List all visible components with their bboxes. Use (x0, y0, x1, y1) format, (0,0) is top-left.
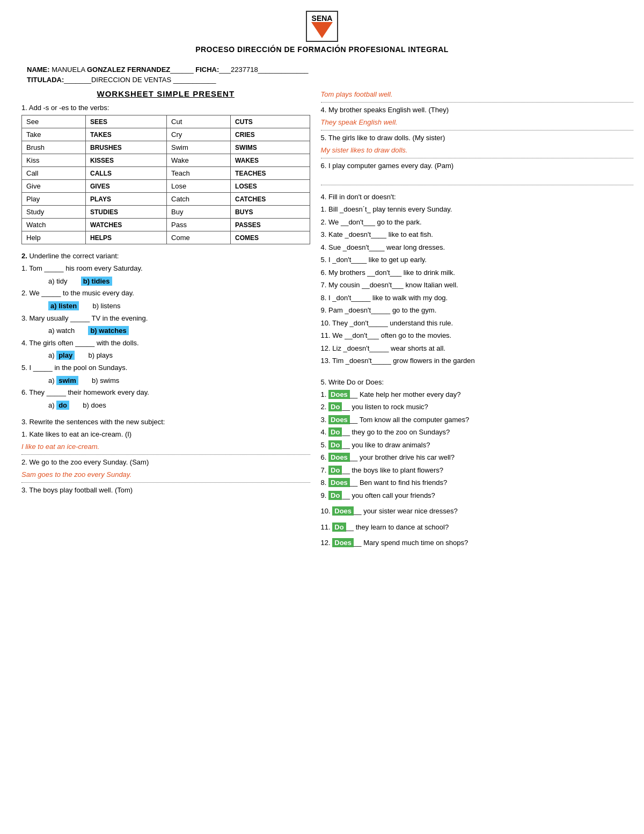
ex2-item4-options: a) play b) plays (48, 350, 310, 361)
ex5-does10: Does (332, 506, 354, 516)
verb-base2: Lose (167, 180, 231, 193)
ex2-item5: 5. I _____ in the pool on Sundays. (21, 362, 310, 373)
dotted5 (321, 158, 633, 158)
ex3-answer4: They speak English well. (321, 117, 633, 128)
ex5-do7: Do (328, 466, 342, 475)
ex5-does6: Does (328, 453, 350, 462)
ex3-right-continuation: Tom plays football well. 4. My brother s… (321, 89, 633, 185)
dotted6 (321, 185, 633, 185)
verb-answer: SEES (86, 115, 167, 128)
ex5-item12: 12. Does__ Mary spend much time on shops… (321, 538, 633, 548)
verb-answer: CALLS (86, 167, 167, 180)
ex2-item6: 6. They _____ their homework every day. (21, 387, 310, 398)
ex5-do11: Do (332, 523, 346, 532)
verb-answer2: TEACHES (231, 167, 310, 180)
ex5-item10: 10. Does__ your sister wear nice dresses… (321, 506, 633, 517)
ex2-item1-answer: b) tidies (81, 277, 112, 286)
verb-answer2: BUYS (231, 206, 310, 219)
logo-text: SENA (312, 14, 333, 22)
titulada-line: TITULADA:_______DIRECCION DE VENTAS ____… (27, 76, 623, 84)
verb-table-row: Give GIVES Lose LOSES (22, 180, 310, 193)
ex5-do4: Do (328, 427, 342, 437)
ex2-item2-answer: a) listen (48, 301, 79, 310)
verb-answer2: SWIMS (231, 141, 310, 154)
worksheet-title: WORKSHEET SIMPLE PRESENT (21, 89, 310, 98)
dotted2 (21, 482, 310, 483)
ex3-answer2: Sam goes to the zoo every Sunday. (21, 469, 310, 480)
verb-table-row: Study STUDIES Buy BUYS (22, 206, 310, 219)
ex2-item4-answer: play (56, 351, 75, 360)
name-label: NAME: MANUELA GONZALEZ FERNANDEZ______ (27, 66, 194, 74)
verb-answer: STUDIES (86, 206, 167, 219)
verb-answer2: PASSES (231, 219, 310, 231)
ex5-does3: Does (328, 415, 350, 424)
ex5-do5: Do (328, 440, 342, 449)
verb-answer2: LOSES (231, 180, 310, 193)
verb-base: Watch (22, 219, 86, 231)
verb-answer: BRUSHES (86, 141, 167, 154)
verb-base: Kiss (22, 154, 86, 167)
verb-base2: Wake (167, 154, 231, 167)
ex2-item3-options: a) watch b) watches (48, 325, 310, 337)
ex4-item7: 7. My cousin __doesn't___ know Italian w… (321, 280, 633, 291)
verb-base2: Buy (167, 206, 231, 219)
ex2-item5-answer: swim (56, 376, 78, 385)
left-column: WORKSHEET SIMPLE PRESENT 1. Add -s or -e… (21, 89, 310, 555)
ex5-item5: 5. Do__ you like to draw animals? (321, 440, 633, 451)
ex5-does1: Does (328, 390, 350, 399)
ex3-item2: 2. We go to the zoo every Sunday. (Sam) (21, 457, 310, 468)
ex2-item1-options: a) tidy b) tidies (48, 276, 310, 287)
verb-answer: WATCHES (86, 219, 167, 231)
verb-base2: Teach (167, 167, 231, 180)
titulada-label: TITULADA:_______DIRECCION DE VENTAS ____… (27, 76, 216, 84)
verb-base2: Come (167, 231, 231, 244)
verb-answer2: CRIES (231, 128, 310, 141)
page-header: SENA PROCESO DIRECCIÓN DE FORMACIÓN PROF… (21, 11, 623, 60)
exercise-2: 2. Underline the correct variant: 1. Tom… (21, 252, 310, 411)
ex2-item4: 4. The girls often _____ with the dolls. (21, 338, 310, 349)
name-line: NAME: MANUELA GONZALEZ FERNANDEZ______ F… (27, 66, 623, 74)
main-content: WORKSHEET SIMPLE PRESENT 1. Add -s or -e… (21, 89, 623, 555)
ex2-item2: 2. We _____ to the music every day. (21, 288, 310, 299)
ex3-item5: 5. The girls like to draw dolls. (My sis… (321, 133, 633, 143)
exercise-4: 4. Fill in don't or doesn't: 1. Bill _do… (321, 193, 633, 366)
verb-base: Study (22, 206, 86, 219)
ex3-item1: 1. Kate likes to eat an ice-cream. (I) (21, 429, 310, 440)
ex3-item3: 3. The boys play football well. (Tom) (21, 485, 310, 496)
ex5-item2: 2. Do__ you listen to rock music? (321, 402, 633, 412)
verb-base2: Pass (167, 219, 231, 231)
verb-answer2: COMES (231, 231, 310, 244)
verb-answer2: WAKES (231, 154, 310, 167)
exercise-4-title: 4. Fill in don't or doesn't: (321, 193, 633, 201)
ex5-do2: Do (328, 402, 342, 411)
ex4-item12: 12. Liz _doesn't_____ wear shorts at all… (321, 343, 633, 354)
verb-answer2: CUTS (231, 115, 310, 128)
verb-answer: HELPS (86, 231, 167, 244)
right-column: Tom plays football well. 4. My brother s… (321, 89, 633, 555)
ex4-item11: 11. We __don't___ often go to the movies… (321, 330, 633, 341)
ex2-item5-options: a) swim b) swims (48, 375, 310, 387)
exercise-5: 5. Write Do or Does: 1. Does__ Kate help… (321, 378, 633, 548)
verb-base: Play (22, 193, 86, 206)
logo-container: SENA (306, 11, 338, 42)
ex4-item10: 10. They _don't_____ understand this rul… (321, 318, 633, 329)
student-info: NAME: MANUELA GONZALEZ FERNANDEZ______ F… (21, 66, 623, 84)
ex4-item4: 4. Sue _doesn't____ wear long dresses. (321, 242, 633, 253)
ex5-item1: 1. Does__ Kate help her mother every day… (321, 389, 633, 400)
verb-base: Call (22, 167, 86, 180)
exercise-2-title: 2. Underline the correct variant: (21, 252, 310, 260)
verb-table-row: Call CALLS Teach TEACHES (22, 167, 310, 180)
ex5-item11: 11. Do__ they learn to dance at school? (321, 522, 633, 533)
ex5-does12: Does (332, 538, 354, 547)
verb-base2: Cut (167, 115, 231, 128)
ex3-answer3: Tom plays football well. (321, 89, 633, 100)
ex5-do9: Do (328, 491, 342, 500)
verb-table-row: Watch WATCHES Pass PASSES (22, 219, 310, 231)
dotted1 (21, 454, 310, 455)
verb-base: Help (22, 231, 86, 244)
verb-base: Take (22, 128, 86, 141)
verb-answer: GIVES (86, 180, 167, 193)
ex5-item8: 8. Does__ Ben want to find his friends? (321, 477, 633, 488)
verb-table-row: Kiss KISSES Wake WAKES (22, 154, 310, 167)
exercise-5-title: 5. Write Do or Does: (321, 378, 633, 386)
